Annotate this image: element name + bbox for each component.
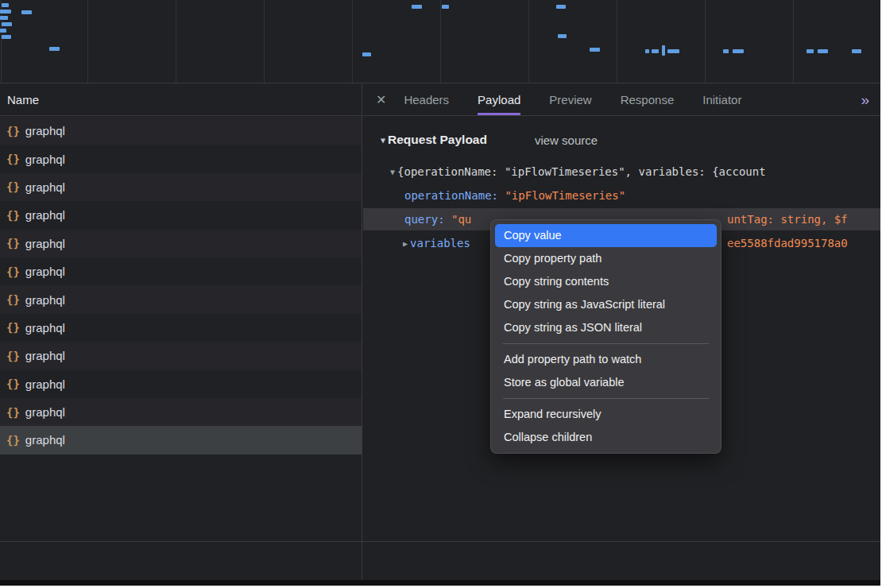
tab-initiator[interactable]: Initiator bbox=[702, 84, 741, 115]
network-request-bar[interactable] bbox=[818, 49, 828, 53]
tab-payload[interactable]: Payload bbox=[478, 84, 520, 115]
network-request-row[interactable]: {}graphql bbox=[0, 257, 362, 285]
json-braces-icon: {} bbox=[6, 321, 20, 334]
network-request-bar[interactable] bbox=[723, 49, 729, 53]
context-menu: Copy valueCopy property pathCopy string … bbox=[490, 219, 721, 454]
network-request-bar[interactable] bbox=[362, 52, 371, 56]
request-name: graphql bbox=[25, 208, 65, 222]
network-request-row[interactable]: {}graphql bbox=[0, 145, 362, 172]
json-braces-icon: {} bbox=[6, 406, 20, 419]
network-request-row[interactable]: {}graphql bbox=[0, 314, 362, 342]
json-braces-icon: {} bbox=[6, 209, 20, 222]
network-request-bar[interactable] bbox=[667, 49, 679, 53]
network-request-list-panel: Name {}graphql{}graphql{}graphql{}graphq… bbox=[0, 84, 362, 580]
request-name: graphql bbox=[25, 321, 65, 335]
network-request-bar[interactable] bbox=[0, 29, 6, 33]
network-request-bar[interactable] bbox=[442, 5, 449, 9]
network-request-row[interactable]: {}graphql bbox=[0, 426, 362, 454]
request-name: graphql bbox=[25, 377, 65, 391]
network-request-row[interactable]: {}graphql bbox=[0, 173, 362, 201]
network-request-row[interactable]: {}graphql bbox=[0, 285, 362, 313]
window-bottom-edge bbox=[0, 580, 880, 586]
property-key: query: bbox=[404, 213, 451, 226]
tab-headers[interactable]: Headers bbox=[404, 84, 449, 115]
network-request-bar[interactable] bbox=[733, 49, 744, 53]
expand-triangle-icon[interactable]: ▼ bbox=[390, 168, 395, 176]
network-request-bar[interactable] bbox=[590, 48, 600, 52]
request-name: graphql bbox=[25, 293, 65, 307]
json-braces-icon: {} bbox=[6, 153, 20, 165]
collapsed-triangle-icon[interactable]: ▶ bbox=[403, 239, 408, 248]
tab-preview[interactable]: Preview bbox=[549, 84, 591, 115]
network-request-bar[interactable] bbox=[0, 16, 8, 20]
menu-item-expand-recursively[interactable]: Expand recursively bbox=[495, 403, 717, 426]
network-request-bar[interactable] bbox=[556, 5, 566, 9]
name-column-header[interactable]: Name bbox=[0, 84, 362, 116]
network-request-bar[interactable] bbox=[49, 47, 60, 51]
menu-item-add-property-path-to-watch[interactable]: Add property path to watch bbox=[495, 348, 717, 371]
network-request-bar[interactable] bbox=[0, 10, 11, 14]
json-braces-icon: {} bbox=[6, 265, 20, 278]
network-request-row[interactable]: {}graphql bbox=[0, 201, 362, 229]
request-name: graphql bbox=[25, 237, 65, 250]
devtools-window: Name {}graphql{}graphql{}graphql{}graphq… bbox=[0, 0, 880, 586]
menu-separator bbox=[503, 343, 709, 344]
menu-item-copy-property-path[interactable]: Copy property path bbox=[495, 247, 717, 270]
request-payload-header[interactable]: ▼ Request Payload view source bbox=[381, 133, 598, 147]
property-value-right-fragment: untTag: string, $f bbox=[727, 213, 848, 226]
json-braces-icon: {} bbox=[6, 180, 20, 193]
view-source-link[interactable]: view source bbox=[535, 133, 598, 147]
payload-property-row[interactable]: operationName: "ipFlowTimeseries" bbox=[363, 184, 880, 207]
request-name: graphql bbox=[25, 124, 65, 137]
request-name: graphql bbox=[25, 433, 65, 447]
network-request-row[interactable]: {}graphql bbox=[0, 398, 362, 426]
detail-tabs: HeadersPayloadPreviewResponseInitiator bbox=[404, 84, 741, 115]
request-name: graphql bbox=[25, 349, 65, 362]
property-key: variables bbox=[410, 237, 470, 250]
menu-item-copy-string-contents[interactable]: Copy string contents bbox=[495, 270, 717, 293]
network-request-row[interactable]: {}graphql bbox=[0, 370, 362, 398]
menu-separator bbox=[503, 398, 709, 399]
network-request-bar[interactable] bbox=[652, 49, 659, 53]
json-braces-icon: {} bbox=[6, 377, 20, 390]
request-name: graphql bbox=[25, 265, 65, 278]
menu-item-store-as-global-variable[interactable]: Store as global variable bbox=[495, 371, 717, 394]
network-overview-timeline[interactable] bbox=[0, 0, 880, 83]
tab-response[interactable]: Response bbox=[621, 84, 675, 115]
menu-item-collapse-children[interactable]: Collapse children bbox=[495, 426, 717, 449]
network-request-bar[interactable] bbox=[558, 34, 567, 38]
menu-item-copy-string-as-json-literal[interactable]: Copy string as JSON literal bbox=[495, 316, 717, 339]
payload-root-row[interactable]: ▼ {operationName: "ipFlowTimeseries", va… bbox=[363, 161, 880, 183]
json-braces-icon: {} bbox=[6, 237, 20, 250]
close-icon[interactable]: ✕ bbox=[376, 92, 386, 107]
network-request-bar[interactable] bbox=[662, 45, 665, 56]
network-request-bar[interactable] bbox=[807, 49, 814, 53]
network-request-bar[interactable] bbox=[21, 10, 32, 14]
network-request-bar[interactable] bbox=[412, 5, 422, 9]
network-request-bar[interactable] bbox=[2, 22, 12, 26]
network-request-row[interactable]: {}graphql bbox=[0, 117, 362, 145]
request-name: graphql bbox=[25, 405, 65, 419]
json-braces-icon: {} bbox=[6, 350, 20, 362]
payload-object-preview: {operationName: "ipFlowTimeseries", vari… bbox=[397, 165, 766, 178]
network-request-bar[interactable] bbox=[2, 35, 11, 39]
request-name: graphql bbox=[25, 180, 65, 194]
network-request-rows: {}graphql{}graphql{}graphql{}graphql{}gr… bbox=[0, 117, 362, 580]
network-request-bar[interactable] bbox=[2, 3, 9, 7]
network-request-bar[interactable] bbox=[852, 49, 861, 53]
network-request-row[interactable]: {}graphql bbox=[0, 342, 362, 369]
property-key: operationName: bbox=[404, 189, 505, 202]
network-request-bar[interactable] bbox=[645, 49, 649, 53]
network-request-row[interactable]: {}graphql bbox=[0, 230, 362, 257]
json-braces-icon: {} bbox=[6, 434, 20, 447]
expand-triangle-icon[interactable]: ▼ bbox=[381, 136, 385, 145]
property-value-right-fragment: ee5588fdad995178a0 bbox=[727, 237, 848, 250]
footer-divider bbox=[0, 541, 880, 542]
more-tabs-icon[interactable]: » bbox=[861, 91, 869, 109]
property-value-left-fragment: "qu bbox=[451, 213, 471, 226]
json-braces-icon: {} bbox=[6, 293, 20, 306]
section-title: Request Payload bbox=[388, 133, 487, 147]
detail-tab-bar: ✕ HeadersPayloadPreviewResponseInitiator… bbox=[363, 84, 880, 116]
menu-item-copy-value[interactable]: Copy value bbox=[495, 224, 717, 247]
menu-item-copy-string-as-javascript-literal[interactable]: Copy string as JavaScript literal bbox=[495, 293, 717, 316]
